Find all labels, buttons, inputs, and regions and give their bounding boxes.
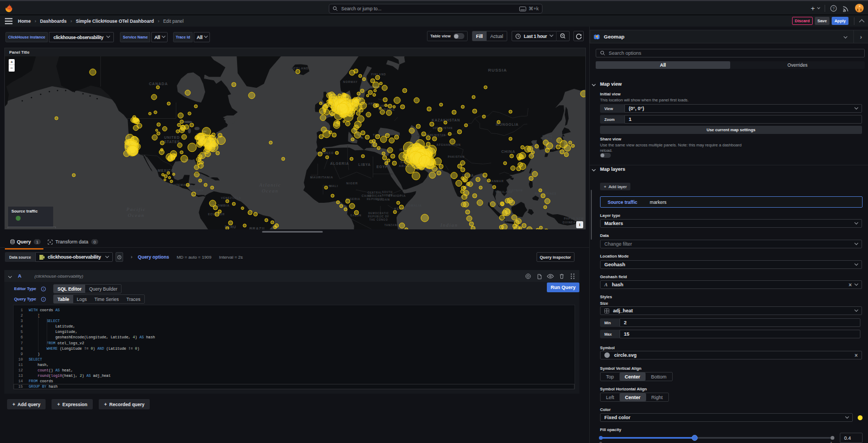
svg-text:NORWAY: NORWAY [343, 80, 358, 84]
svg-text:LIBYA: LIBYA [359, 163, 371, 166]
svg-text:Indian: Indian [440, 222, 458, 228]
svg-text:REPUBLIC OF: REPUBLIC OF [368, 215, 389, 218]
svg-text:CENTRAL: CENTRAL [367, 191, 382, 194]
svg-text:MALI: MALI [329, 184, 339, 188]
svg-text:Atlantic: Atlantic [259, 182, 282, 188]
svg-text:CHINA: CHINA [501, 150, 515, 153]
svg-text:PAPUA NEW: PAPUA NEW [564, 217, 584, 220]
svg-text:AFGHANISTAN: AFGHANISTAN [437, 143, 461, 146]
svg-text:AFRICAN: AFRICAN [368, 195, 382, 197]
svg-text:THE CONGO: THE CONGO [369, 219, 388, 221]
svg-text:REPUBLIC: REPUBLIC [367, 198, 382, 201]
svg-text:i: i [43, 287, 43, 291]
svg-text:NIGER: NIGER [346, 182, 358, 185]
svg-text:PANAMA: PANAMA [190, 189, 203, 192]
svg-text:UNITED: UNITED [164, 136, 180, 139]
svg-text:i: i [43, 298, 43, 301]
svg-text:VENEZUELA: VENEZUELA [221, 196, 241, 200]
svg-text:TANZANIA: TANZANIA [384, 224, 400, 227]
svg-text:Ocean: Ocean [262, 188, 279, 194]
svg-text:EGYPT: EGYPT [376, 165, 391, 169]
svg-text:SOUTH: SOUTH [382, 191, 393, 194]
svg-text:DEMOCRATIC: DEMOCRATIC [368, 212, 389, 215]
svg-text:RUSSIA: RUSSIA [488, 68, 507, 73]
svg-text:GUINEA: GUINEA [563, 221, 576, 224]
svg-text:BRAZIL: BRAZIL [250, 227, 266, 229]
svg-text:PAKISTAN: PAKISTAN [448, 155, 464, 158]
svg-text:VIETNAM: VIETNAM [509, 189, 523, 192]
svg-text:UZBEKISTAN: UZBEKISTAN [433, 127, 453, 130]
svg-text:ALGERIA: ALGERIA [330, 162, 349, 165]
svg-text:Ocean: Ocean [128, 213, 145, 218]
svg-text:?: ? [832, 6, 834, 11]
svg-text:MEXICO: MEXICO [158, 169, 174, 172]
svg-text:SOMALIA: SOMALIA [406, 204, 422, 207]
svg-text:SUDAN: SUDAN [382, 194, 393, 197]
svg-text:KOREA: KOREA [542, 137, 552, 140]
svg-text:MAURITANIA: MAURITANIA [310, 176, 333, 179]
svg-text:ICELAND: ICELAND [292, 67, 309, 70]
svg-text:PHILIPPINES: PHILIPPINES [535, 192, 557, 195]
svg-text:STATES: STATES [164, 140, 180, 144]
svg-text:Pacific: Pacific [126, 207, 146, 212]
svg-text:Ocean: Ocean [441, 228, 458, 229]
svg-text:CANADA: CANADA [149, 82, 168, 86]
